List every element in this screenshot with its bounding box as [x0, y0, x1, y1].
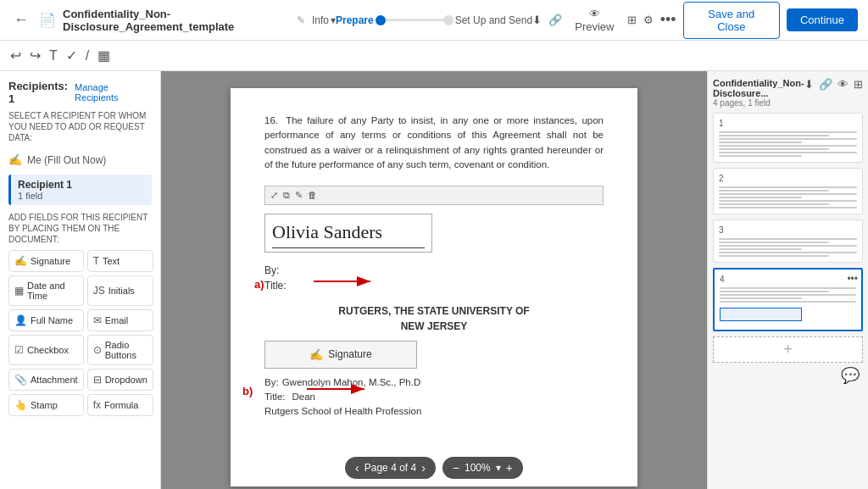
text-icon: T: [93, 255, 99, 267]
signature-text-a: Olivia Sanders: [272, 218, 425, 248]
date-time-field-btn[interactable]: ▦Date and Time: [8, 275, 84, 306]
next-page-button[interactable]: ›: [421, 461, 426, 475]
page-thumb-2[interactable]: 2: [713, 168, 863, 214]
recipients-header: Recipients: 1 Manage Recipients: [8, 80, 152, 105]
radio-field-btn[interactable]: ⊙Radio Buttons: [87, 335, 153, 365]
continue-button[interactable]: Continue: [787, 8, 858, 31]
add-page-button[interactable]: +: [713, 336, 863, 363]
undo-button[interactable]: ↩: [10, 47, 21, 64]
formula-field-btn[interactable]: fxFormula: [87, 394, 153, 416]
org-name-line2: NEW JERSEY: [264, 319, 604, 334]
thumb-line: [719, 145, 857, 147]
thumb-line: [719, 193, 857, 195]
thumb-line: [719, 245, 857, 247]
page-thumb-1[interactable]: 1: [713, 113, 863, 163]
attachment-field-btn[interactable]: 📎Attachment: [8, 369, 84, 391]
right-preview-btn[interactable]: 👁: [837, 78, 849, 91]
progress-dot-left: [376, 15, 386, 25]
email-field-btn[interactable]: ✉Email: [87, 309, 153, 331]
zoom-chevron[interactable]: ▾: [496, 462, 501, 474]
thumb-line: [719, 135, 829, 136]
bottom-bar: ‹ Page 4 of 4 › − 100% ▾ +: [322, 457, 546, 479]
me-option[interactable]: ✍ Me (Fill Out Now): [8, 150, 152, 169]
thumb-line: [720, 301, 856, 303]
title-label-a: Title:: [264, 278, 604, 293]
fullname-field-btn[interactable]: 👤Full Name: [8, 309, 84, 331]
thumb-line: [719, 152, 857, 153]
expand-button[interactable]: ⊞: [627, 14, 637, 26]
preview-button[interactable]: 👁 Preview: [569, 8, 620, 33]
thumb-line: [719, 186, 857, 188]
check-tool[interactable]: ✓: [66, 47, 77, 64]
zoom-level: 100%: [465, 462, 491, 474]
org-name: RUTGERS, THE STATE UNIVERSITY OF NEW JER…: [264, 303, 604, 334]
page-thumb-4[interactable]: 4 •••: [713, 268, 863, 331]
settings-button[interactable]: ⚙: [643, 14, 654, 26]
sig-thumb-indicator: [720, 308, 802, 321]
page-thumb-3[interactable]: 3: [713, 219, 863, 263]
thumb-line: [720, 291, 829, 292]
thumb-line: [720, 297, 802, 299]
download-button[interactable]: ⬇: [532, 14, 542, 26]
thumb-line: [719, 255, 829, 257]
sig-button-pen-icon: ✍: [309, 348, 323, 361]
page-nav: ‹ Page 4 of 4 ›: [345, 457, 436, 479]
right-share-btn[interactable]: 🔗: [819, 78, 832, 91]
initials-field-btn[interactable]: JSInitials: [87, 275, 153, 306]
text-tool[interactable]: T: [49, 48, 58, 64]
thumb-line: [719, 203, 829, 205]
redo-button[interactable]: ↪: [30, 47, 41, 64]
dropdown-field-btn[interactable]: ⊟Dropdown: [87, 369, 153, 391]
zoom-in-button[interactable]: +: [506, 461, 513, 475]
thumb-lines-2: [719, 186, 857, 208]
doc-icon: 📄: [39, 12, 56, 28]
right-bottom-icons: 💬: [713, 363, 863, 388]
right-download-btn[interactable]: ⬇: [804, 78, 814, 91]
sig-tool-edit[interactable]: ✎: [295, 188, 303, 203]
thumb-more-btn[interactable]: •••: [847, 273, 858, 285]
page-thumb-num-2: 2: [719, 174, 857, 183]
step-setup: Set Up and Send: [455, 14, 532, 26]
more-button[interactable]: •••: [660, 11, 676, 29]
stamp-field-btn[interactable]: 👆Stamp: [8, 394, 84, 416]
manage-recipients-link[interactable]: Manage Recipients: [75, 82, 152, 103]
zoom-out-button[interactable]: −: [453, 461, 459, 475]
info-button[interactable]: Info ▾: [312, 14, 336, 26]
stamp-icon: 👆: [14, 399, 27, 411]
back-button[interactable]: ←: [10, 8, 32, 32]
document-page: 16. The failure of any Party to insist, …: [231, 88, 637, 486]
chat-icon[interactable]: 💬: [841, 366, 860, 385]
title-row-b: Title: Dean: [264, 390, 604, 404]
doc-title: Confidentiality_Non-Disclosure_Agreement…: [63, 8, 290, 33]
fields-grid: ✍Signature TText ▦Date and Time JSInitia…: [8, 250, 152, 416]
sig-tool-move[interactable]: ⤢: [270, 188, 278, 203]
title-label-b: Title:: [264, 390, 286, 404]
pen-icon: ✍: [8, 153, 22, 166]
attachment-label: Attachment: [31, 375, 78, 385]
save-close-button[interactable]: Save and Close: [683, 2, 780, 39]
recipient-item[interactable]: Recipient 1 1 field: [8, 175, 152, 205]
calendar-tool[interactable]: ▦: [97, 47, 110, 64]
prev-page-button[interactable]: ‹: [355, 461, 359, 475]
add-fields-label: ADD FIELDS FOR THIS RECIPIENT BY PLACING…: [8, 212, 152, 245]
pen-tool[interactable]: /: [86, 48, 89, 64]
sig-field-box-a[interactable]: Olivia Sanders: [264, 214, 432, 253]
edit-icon[interactable]: ✎: [297, 14, 305, 26]
text-field-btn[interactable]: TText: [87, 250, 153, 272]
thumb-line: [719, 248, 802, 250]
by-label-a: By:: [264, 263, 604, 278]
email-icon: ✉: [93, 314, 102, 326]
sig-tool-copy[interactable]: ⧉: [283, 188, 290, 203]
right-doc-sub: 4 pages, 1 field: [713, 98, 804, 108]
signature-field-btn[interactable]: ✍Signature: [8, 250, 84, 272]
right-expand-btn[interactable]: ⊞: [854, 78, 863, 91]
by-label-b: By:: [264, 375, 279, 390]
preview-share-button[interactable]: 🔗: [548, 14, 562, 26]
formula-icon: fx: [93, 399, 101, 411]
sig-tool-delete[interactable]: 🗑: [308, 188, 317, 203]
recipients-count: Recipients: 1: [8, 80, 75, 105]
sig-button-b[interactable]: ✍ Signature: [264, 341, 417, 369]
title-value-b: Dean: [292, 390, 316, 404]
progress-line: [381, 19, 448, 21]
checkbox-field-btn[interactable]: ☑Checkbox: [8, 335, 84, 365]
